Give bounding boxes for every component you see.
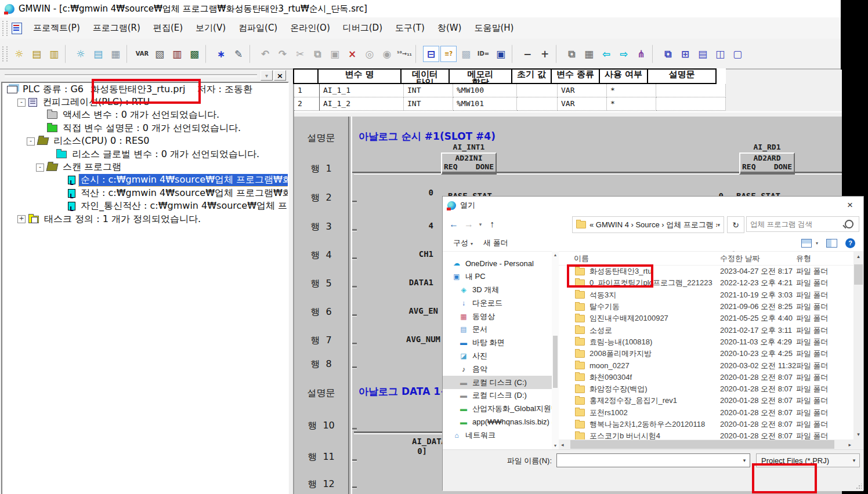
toolbar-icon-compile-message[interactable]: ✎ <box>230 46 247 62</box>
toolbar-icon-window-tile[interactable]: ⊞ <box>677 46 693 62</box>
ladder-row-label[interactable]: 행 12 <box>294 478 348 491</box>
toolbar-icon-new-program[interactable]: ☼ <box>73 46 89 62</box>
ladder-row-label[interactable]: 행 6 <box>294 306 348 318</box>
history-dropdown-icon[interactable]: ▾ <box>476 221 484 227</box>
sidebar-item-desktop[interactable]: ▬ 바탕 화면 <box>443 336 552 350</box>
expander-icon[interactable]: - <box>17 99 26 107</box>
toolbar-icon-save-program[interactable]: ▦ <box>107 46 124 62</box>
sidebar-item-pictures[interactable]: ◪ 사진 <box>443 350 552 363</box>
sidebar-item-onedrive[interactable]: ☁ OneDrive - Personal <box>443 257 552 270</box>
file-row-hwacheon[interactable]: 화천090304f 2020-01-28 오전 8:07 파일 폴더 <box>559 372 853 383</box>
file-name-input[interactable] <box>557 456 739 465</box>
column-header[interactable]: 변수 명 <box>317 68 402 84</box>
column-header[interactable]: 초기 값 <box>511 68 552 84</box>
view-options-button[interactable]: ▾ <box>801 239 818 248</box>
tree-dropdown-button[interactable]: ▾ <box>261 70 273 81</box>
ladder-operand[interactable]: 0] <box>363 446 427 456</box>
breadcrumb-dropdown-icon[interactable]: ▾ <box>717 222 724 228</box>
resize-grip[interactable] <box>856 484 862 489</box>
back-icon[interactable]: ← <box>446 219 461 230</box>
sidebar-item-network-team-drive[interactable]: ▬ 산업자동화_Global지원팀(₩ <box>443 402 552 416</box>
comment-cell[interactable] <box>656 84 726 97</box>
toolbar-icon-new-project[interactable]: ☼ <box>11 46 27 62</box>
file-row-seokdong[interactable]: 석동3지 2021-10-19 오후 3:03 파일 폴더 <box>559 289 853 301</box>
column-header-type[interactable]: 유형 <box>796 253 811 264</box>
sidebar-item-downloads[interactable]: ↓ 다운로드 <box>443 296 552 310</box>
scrollbar-thumb[interactable] <box>570 440 834 449</box>
toolbar-icon-paste[interactable]: ▣ <box>327 46 343 62</box>
refresh-icon[interactable]: ↻ <box>727 216 744 233</box>
memory-cell[interactable]: %MW100 <box>453 84 517 97</box>
toolbar-icon-variable-monitor-toggle[interactable]: ≡? <box>440 46 457 62</box>
menu-item[interactable]: 도구(T) <box>389 20 431 36</box>
toolbar-icon-stack[interactable]: ⧉ <box>563 46 580 62</box>
ladder-row-label[interactable]: 설명문 <box>294 132 348 144</box>
file-row-imjin[interactable]: 임진내수배제20100927 2021-05-25 오후 4:40 파일 폴더 <box>559 313 853 324</box>
file-row-haengbok[interactable]: 행복나눔2차1,2동하우스20120118 2020-01-28 오전 8:07… <box>559 419 853 430</box>
column-header[interactable]: 변수 종류 <box>551 68 600 84</box>
up-icon[interactable]: ↑ <box>484 219 500 230</box>
tree-node-resource-cpu0[interactable]: - 리소스(CPU) 0 : RES0 <box>2 135 288 148</box>
preview-pane-icon[interactable] <box>826 239 837 248</box>
variable-kind-cell[interactable]: VAR <box>558 84 607 97</box>
ladder-row-label[interactable]: 행 5 <box>294 278 348 290</box>
tree-node-program-sunsi[interactable]: 순시 : c:₩gmwin 4₩source₩업체 프로그램₩화 <box>2 174 288 187</box>
toolbar-icon-find[interactable]: ◎ <box>361 46 378 62</box>
comment-cell[interactable] <box>656 97 726 111</box>
scroll-up-icon[interactable]: ▴ <box>853 253 863 259</box>
splitter-track[interactable] <box>5 74 257 77</box>
file-row-hongje[interactable]: 홍제2정수장_응집기_rev1 2020-01-28 오전 8:07 파일 폴더 <box>559 395 853 406</box>
toolbar-icon-delete[interactable]: × <box>344 46 360 62</box>
used-cell[interactable]: * <box>607 84 656 97</box>
column-header-date[interactable]: 수정한 날짜 <box>720 253 760 264</box>
rung-comment[interactable]: 아날로그 순시 #1(SLOT #4) <box>359 130 496 143</box>
menu-item[interactable]: 컴파일(C) <box>232 20 284 36</box>
file-row-poly2008[interactable]: 2008폴리메카지방 2020-10-23 오후 4:25 파일 폴더 <box>559 348 853 359</box>
breadcrumb[interactable]: « GMWIN 4 › Source › 업체 프로그램 › ▾ <box>572 216 724 233</box>
tree-node-resource-global-variables[interactable]: 리소스 글로벌 변수 : 0 개가 선언되었습니다. <box>2 148 288 161</box>
ladder-row-label[interactable]: 행 10 <box>294 420 348 432</box>
column-header[interactable]: 데이터 타입 <box>400 68 450 84</box>
toolbar-icon-open-project[interactable]: ▤ <box>28 46 45 62</box>
sidebar-item-documents[interactable]: ▤ 문서 <box>443 323 552 336</box>
toolbar-icon-io-table[interactable]: ▥ <box>169 46 185 62</box>
toolbar-icon-cut[interactable]: ✂ <box>292 46 308 62</box>
toolbar-icon-hierarchy[interactable]: ⋔ <box>633 46 649 62</box>
ladder-row-label[interactable]: 행 2 <box>294 192 348 204</box>
forward-icon[interactable]: → <box>461 219 476 230</box>
variable-row[interactable]: 1 AI_1_1 INT %MW100 VAR * <box>294 84 726 97</box>
menu-item[interactable]: 도움말(H) <box>468 20 520 36</box>
vertical-scrollbar[interactable]: ▴ ▾ <box>853 251 863 439</box>
variable-name-cell[interactable]: AI_1_2 <box>320 97 404 111</box>
file-row-soseongro[interactable]: 소성로 2021-02-17 오후 3:11 파일 폴더 <box>559 324 853 336</box>
menu-item[interactable]: 창(W) <box>431 20 468 36</box>
toolbar-icon-time-chart[interactable]: ▩ <box>458 46 474 62</box>
expander-icon[interactable]: + <box>17 215 26 223</box>
scroll-down-icon[interactable]: ▾ <box>853 431 863 437</box>
breadcrumb-path[interactable]: « GMWIN 4 › Source › 업체 프로그램 › <box>589 220 717 230</box>
variable-kind-cell[interactable]: VAR <box>558 97 607 111</box>
menu-item[interactable]: 보기(V) <box>189 20 232 36</box>
sidebar-item-network[interactable]: ⌂ 네트워크 <box>443 428 552 442</box>
toolbar-icon-data-table[interactable]: ▩ <box>186 46 202 62</box>
search-icon[interactable] <box>845 220 853 228</box>
tree-node-task-definition[interactable]: + 태스크 정의 : 1 개가 정의되었습니다. <box>2 213 288 226</box>
toolbar-icon-goto-line[interactable]: ¹⁰→₁₁ <box>396 46 413 62</box>
toolbar-icon-find-replace[interactable]: ◉ <box>379 46 395 62</box>
horizontal-scrollbar[interactable]: ◂ ▸ <box>559 439 853 449</box>
ladder-operand[interactable]: AVG_EN <box>374 306 438 315</box>
tree-node-program-jain-tongsin[interactable]: 자인_통신적산 : c:₩gmwin 4₩source₩업체 프 <box>2 200 288 213</box>
toolbar-icon-variable-list[interactable]: VAR <box>134 46 150 62</box>
sidebar-item-local-disk-d[interactable]: ▬ 로컬 디스크 (D:) <box>443 389 552 402</box>
column-header[interactable]: 사용 여부 <box>599 68 648 84</box>
variable-row[interactable]: 2 AI_1_2 INT %MW101 VAR * <box>294 97 726 111</box>
toolbar-icon-compile[interactable]: ∗ <box>213 46 229 62</box>
tree-node-access-variables[interactable]: 액세스 변수 : 0 개가 선언되었습니다. <box>2 109 288 122</box>
toolbar-icon-zoom-out[interactable]: − <box>519 46 536 62</box>
ladder-row-label[interactable]: 행 8 <box>294 358 348 370</box>
function-block-ai-rd1[interactable]: AI_RD1 AD2ARD REQ DONE <box>739 143 795 175</box>
column-header[interactable]: 메모리 할당 <box>449 68 512 84</box>
toolbar-icon-open-program[interactable]: ▤ <box>90 46 106 62</box>
toolbar-icon-undo[interactable]: ↶ <box>257 46 273 62</box>
ladder-row-label[interactable]: 행 11 <box>294 451 348 463</box>
